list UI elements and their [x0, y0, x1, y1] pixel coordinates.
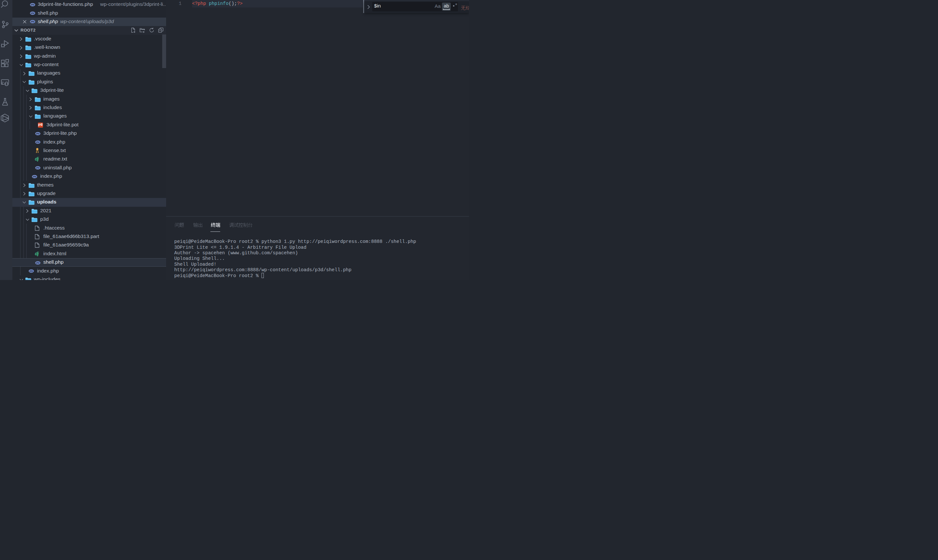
svg-text:php: php — [36, 141, 40, 143]
svg-text:php: php — [36, 132, 40, 134]
svg-text:php: php — [30, 12, 34, 14]
svg-text:P: P — [38, 123, 41, 127]
svg-text:php: php — [29, 270, 33, 272]
svg-text:php: php — [30, 3, 34, 6]
svg-text:php: php — [36, 167, 40, 169]
svg-text:php: php — [30, 21, 34, 23]
svg-text:php: php — [32, 175, 37, 177]
svg-text:php: php — [36, 262, 40, 264]
